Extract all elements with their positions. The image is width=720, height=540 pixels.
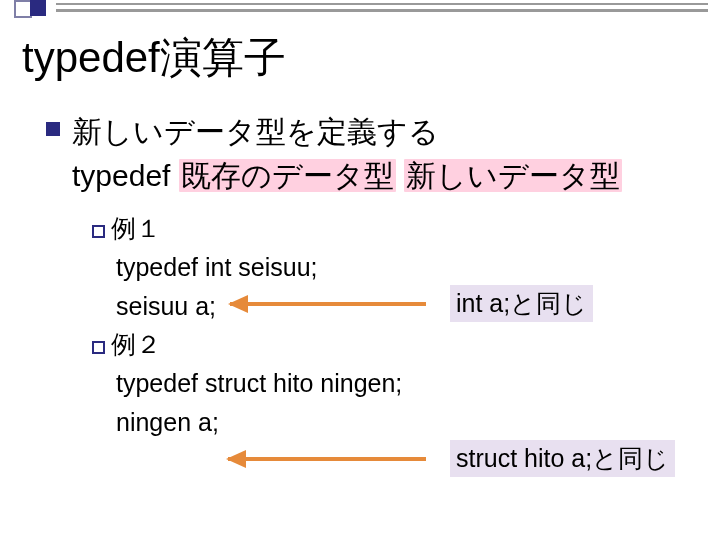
l1-line2: typedef 既存のデータ型 新しいデータ型: [72, 154, 700, 198]
example1-code1: typedef int seisuu;: [116, 248, 700, 287]
example2-note: struct hito a;と同じ: [450, 440, 675, 477]
bullet1-icon: [46, 122, 60, 136]
arrow-icon: [228, 455, 444, 463]
arrow-shaft: [230, 302, 426, 306]
example1-label: 例１: [111, 214, 161, 242]
slide: typedef演算子 新しいデータ型を定義する typedef 既存のデータ型 …: [0, 0, 720, 540]
arrow-head-icon: [226, 450, 246, 468]
example1-note: int a;と同じ: [450, 285, 593, 322]
example2-label: 例２: [111, 330, 161, 358]
bullet2-icon: [92, 341, 105, 354]
l1-line1: 新しいデータ型を定義する: [72, 110, 700, 154]
example2-label-row: 例２: [92, 325, 700, 364]
l1-line2-prefix: typedef: [72, 159, 179, 192]
example2-code2: ningen a;: [116, 403, 700, 442]
example2-code1: typedef struct hito ningen;: [116, 364, 700, 403]
arrow-head-icon: [228, 295, 248, 313]
header-square-solid: [30, 0, 46, 16]
arrow-icon: [230, 300, 444, 308]
spacer: [48, 197, 700, 209]
l1-line2-pink1: 既存のデータ型: [179, 159, 396, 192]
slide-title: typedef演算子: [22, 30, 286, 86]
example1-label-row: 例１: [92, 209, 700, 248]
header-decoration: [0, 0, 720, 14]
bullet-level1: 新しいデータ型を定義する typedef 既存のデータ型 新しいデータ型: [48, 110, 700, 197]
l1-line2-sep: [396, 159, 404, 192]
bullet2-icon: [92, 225, 105, 238]
l1-line2-pink2: 新しいデータ型: [404, 159, 622, 192]
header-line-thin: [56, 3, 708, 5]
header-line-thick: [56, 9, 708, 12]
arrow-shaft: [228, 457, 426, 461]
slide-body: 新しいデータ型を定義する typedef 既存のデータ型 新しいデータ型 例１ …: [48, 110, 700, 442]
